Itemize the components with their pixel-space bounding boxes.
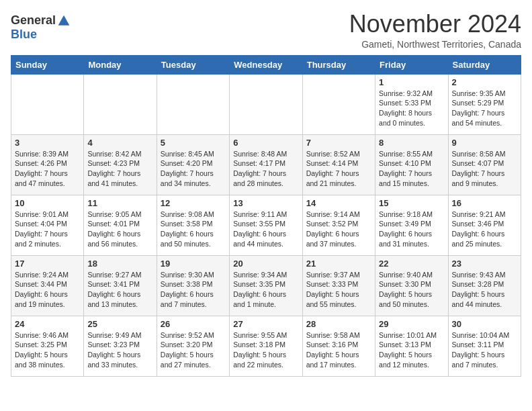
day-info: Sunrise: 9:11 AM Sunset: 3:55 PM Dayligh… [233, 210, 298, 249]
day-info: Sunrise: 9:05 AM Sunset: 4:01 PM Dayligh… [87, 210, 152, 249]
location: Gameti, Northwest Territories, Canada [349, 39, 521, 50]
day-number: 19 [161, 259, 226, 269]
calendar-cell: 27Sunrise: 9:55 AM Sunset: 3:18 PM Dayli… [230, 316, 302, 376]
day-info: Sunrise: 8:39 AM Sunset: 4:26 PM Dayligh… [15, 149, 80, 189]
logo-general-text: General [11, 13, 56, 28]
day-info: Sunrise: 9:27 AM Sunset: 3:41 PM Dayligh… [87, 270, 152, 310]
day-info: Sunrise: 10:01 AM Sunset: 3:13 PM Daylig… [379, 330, 444, 370]
day-info: Sunrise: 9:58 AM Sunset: 3:16 PM Dayligh… [306, 330, 371, 370]
day-number: 16 [452, 198, 517, 208]
calendar-cell: 15Sunrise: 9:18 AM Sunset: 3:49 PM Dayli… [375, 195, 448, 255]
calendar-cell [11, 74, 84, 134]
calendar-table: SundayMondayTuesdayWednesdayThursdayFrid… [11, 55, 521, 377]
day-number: 14 [306, 198, 371, 208]
day-number: 18 [87, 259, 152, 269]
weekday-header-thursday: Thursday [302, 55, 375, 74]
day-number: 2 [452, 77, 517, 87]
weekday-header-row: SundayMondayTuesdayWednesdayThursdayFrid… [11, 55, 521, 74]
day-number: 26 [161, 319, 226, 329]
calendar-cell: 16Sunrise: 9:21 AM Sunset: 3:46 PM Dayli… [448, 195, 521, 255]
calendar-week-4: 17Sunrise: 9:24 AM Sunset: 3:44 PM Dayli… [11, 255, 521, 316]
day-info: Sunrise: 9:21 AM Sunset: 3:46 PM Dayligh… [452, 210, 517, 249]
day-number: 28 [306, 319, 371, 329]
day-info: Sunrise: 9:43 AM Sunset: 3:28 PM Dayligh… [452, 270, 517, 310]
day-info: Sunrise: 10:04 AM Sunset: 3:11 PM Daylig… [452, 330, 517, 370]
calendar-cell [84, 74, 157, 134]
calendar-cell: 5Sunrise: 8:45 AM Sunset: 4:20 PM Daylig… [157, 134, 229, 195]
day-info: Sunrise: 9:18 AM Sunset: 3:49 PM Dayligh… [379, 210, 444, 249]
calendar-cell: 22Sunrise: 9:40 AM Sunset: 3:30 PM Dayli… [375, 255, 448, 316]
day-info: Sunrise: 9:46 AM Sunset: 3:25 PM Dayligh… [15, 330, 80, 370]
month-title: November 2024 [349, 11, 521, 38]
calendar-header: SundayMondayTuesdayWednesdayThursdayFrid… [11, 55, 521, 74]
calendar-cell: 12Sunrise: 9:08 AM Sunset: 3:58 PM Dayli… [157, 195, 229, 255]
day-number: 21 [306, 259, 371, 269]
calendar-week-2: 3Sunrise: 8:39 AM Sunset: 4:26 PM Daylig… [11, 134, 521, 195]
day-info: Sunrise: 8:58 AM Sunset: 4:07 PM Dayligh… [452, 149, 517, 189]
calendar-cell: 29Sunrise: 10:01 AM Sunset: 3:13 PM Dayl… [375, 316, 448, 376]
day-number: 8 [379, 138, 444, 148]
calendar-week-1: 1Sunrise: 9:32 AM Sunset: 5:33 PM Daylig… [11, 74, 521, 134]
calendar-cell: 7Sunrise: 8:52 AM Sunset: 4:14 PM Daylig… [302, 134, 375, 195]
calendar-cell: 8Sunrise: 8:55 AM Sunset: 4:10 PM Daylig… [375, 134, 448, 195]
page-header: General Blue November 2024 Gameti, North… [11, 11, 521, 50]
calendar-body: 1Sunrise: 9:32 AM Sunset: 5:33 PM Daylig… [11, 74, 521, 376]
day-info: Sunrise: 9:37 AM Sunset: 3:33 PM Dayligh… [306, 270, 371, 310]
svg-marker-0 [58, 15, 70, 26]
calendar-cell: 24Sunrise: 9:46 AM Sunset: 3:25 PM Dayli… [11, 316, 84, 376]
logo-blue-text: Blue [11, 28, 37, 41]
day-number: 25 [87, 319, 152, 329]
day-info: Sunrise: 9:52 AM Sunset: 3:20 PM Dayligh… [161, 330, 226, 370]
day-number: 1 [379, 77, 444, 87]
weekday-header-saturday: Saturday [448, 55, 521, 74]
day-info: Sunrise: 9:55 AM Sunset: 3:18 PM Dayligh… [233, 330, 298, 370]
calendar-cell: 30Sunrise: 10:04 AM Sunset: 3:11 PM Dayl… [448, 316, 521, 376]
calendar-cell: 9Sunrise: 8:58 AM Sunset: 4:07 PM Daylig… [448, 134, 521, 195]
calendar-cell: 20Sunrise: 9:34 AM Sunset: 3:35 PM Dayli… [230, 255, 302, 316]
day-number: 29 [379, 319, 444, 329]
day-info: Sunrise: 9:32 AM Sunset: 5:33 PM Dayligh… [379, 89, 444, 128]
calendar-cell: 17Sunrise: 9:24 AM Sunset: 3:44 PM Dayli… [11, 255, 84, 316]
day-number: 4 [87, 138, 152, 148]
day-number: 23 [452, 259, 517, 269]
calendar-cell: 13Sunrise: 9:11 AM Sunset: 3:55 PM Dayli… [230, 195, 302, 255]
day-number: 11 [87, 198, 152, 208]
day-info: Sunrise: 9:24 AM Sunset: 3:44 PM Dayligh… [15, 270, 80, 310]
day-info: Sunrise: 9:35 AM Sunset: 5:29 PM Dayligh… [452, 89, 517, 128]
day-info: Sunrise: 9:40 AM Sunset: 3:30 PM Dayligh… [379, 270, 444, 310]
calendar-week-5: 24Sunrise: 9:46 AM Sunset: 3:25 PM Dayli… [11, 316, 521, 376]
weekday-header-sunday: Sunday [11, 55, 84, 74]
calendar-cell: 10Sunrise: 9:01 AM Sunset: 4:04 PM Dayli… [11, 195, 84, 255]
day-number: 20 [233, 259, 298, 269]
calendar-cell: 18Sunrise: 9:27 AM Sunset: 3:41 PM Dayli… [84, 255, 157, 316]
weekday-header-monday: Monday [84, 55, 157, 74]
weekday-header-wednesday: Wednesday [230, 55, 302, 74]
calendar-cell: 11Sunrise: 9:05 AM Sunset: 4:01 PM Dayli… [84, 195, 157, 255]
weekday-header-friday: Friday [375, 55, 448, 74]
day-info: Sunrise: 9:08 AM Sunset: 3:58 PM Dayligh… [161, 210, 226, 249]
title-area: November 2024 Gameti, Northwest Territor… [349, 11, 521, 50]
day-info: Sunrise: 9:01 AM Sunset: 4:04 PM Dayligh… [15, 210, 80, 249]
day-number: 15 [379, 198, 444, 208]
calendar-cell [230, 74, 302, 134]
calendar-cell: 21Sunrise: 9:37 AM Sunset: 3:33 PM Dayli… [302, 255, 375, 316]
calendar-cell: 1Sunrise: 9:32 AM Sunset: 5:33 PM Daylig… [375, 74, 448, 134]
calendar-week-3: 10Sunrise: 9:01 AM Sunset: 4:04 PM Dayli… [11, 195, 521, 255]
day-info: Sunrise: 9:14 AM Sunset: 3:52 PM Dayligh… [306, 210, 371, 249]
calendar-cell: 14Sunrise: 9:14 AM Sunset: 3:52 PM Dayli… [302, 195, 375, 255]
day-info: Sunrise: 8:55 AM Sunset: 4:10 PM Dayligh… [379, 149, 444, 189]
day-info: Sunrise: 8:48 AM Sunset: 4:17 PM Dayligh… [233, 149, 298, 189]
day-number: 22 [379, 259, 444, 269]
day-info: Sunrise: 9:30 AM Sunset: 3:38 PM Dayligh… [161, 270, 226, 310]
day-number: 10 [15, 198, 80, 208]
day-number: 27 [233, 319, 298, 329]
calendar-cell: 25Sunrise: 9:49 AM Sunset: 3:23 PM Dayli… [84, 316, 157, 376]
calendar-cell: 28Sunrise: 9:58 AM Sunset: 3:16 PM Dayli… [302, 316, 375, 376]
day-info: Sunrise: 8:52 AM Sunset: 4:14 PM Dayligh… [306, 149, 371, 189]
weekday-header-tuesday: Tuesday [157, 55, 229, 74]
day-number: 5 [161, 138, 226, 148]
calendar-cell: 19Sunrise: 9:30 AM Sunset: 3:38 PM Dayli… [157, 255, 229, 316]
day-info: Sunrise: 8:45 AM Sunset: 4:20 PM Dayligh… [161, 149, 226, 189]
day-info: Sunrise: 8:42 AM Sunset: 4:23 PM Dayligh… [87, 149, 152, 189]
logo: General Blue [11, 11, 71, 42]
